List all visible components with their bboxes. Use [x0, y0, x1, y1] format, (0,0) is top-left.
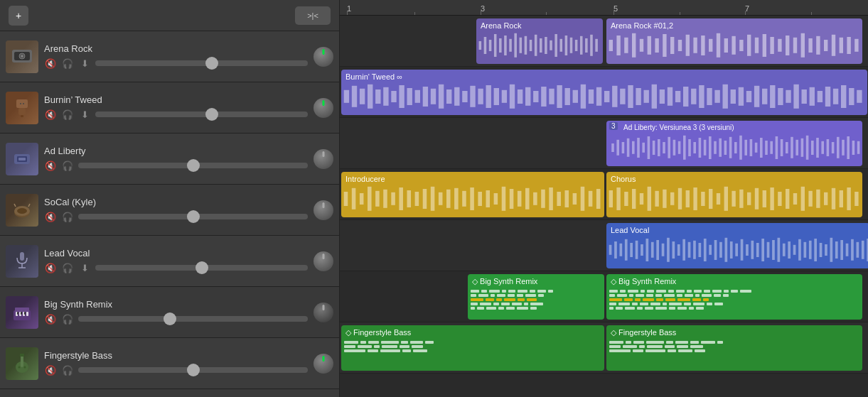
track-row: SoCal (Kyle) 🔇 🎧: [0, 185, 339, 236]
svg-rect-252: [709, 189, 712, 209]
clip-big-synth-2[interactable]: ◇ Big Synth Remix: [606, 274, 862, 320]
headphone-icon[interactable]: 🎧: [61, 212, 74, 222]
add-track-button[interactable]: +: [9, 6, 28, 26]
record-icon[interactable]: ⬇: [78, 109, 91, 120]
svg-rect-31: [20, 354, 24, 357]
svg-rect-183: [744, 140, 747, 156]
clip-fingerstyle-1[interactable]: ◇ Fingerstyle Bass: [341, 325, 604, 371]
svg-rect-135: [691, 89, 696, 104]
clip-label: Chorus: [606, 173, 640, 185]
svg-rect-315: [835, 241, 838, 259]
svg-rect-196: [811, 141, 814, 155]
mute-icon[interactable]: 🔇: [44, 109, 57, 120]
mute-icon[interactable]: 🔇: [44, 314, 57, 325]
svg-rect-317: [846, 244, 849, 256]
headphone-icon[interactable]: 🎧: [61, 314, 74, 325]
svg-rect-318: [851, 239, 854, 261]
svg-rect-300: [756, 243, 759, 257]
svg-rect-126: [620, 89, 625, 104]
svg-rect-50: [559, 39, 562, 52]
track-controls: 🔇 🎧: [44, 364, 308, 376]
clip-burnin-tweed[interactable]: Burnin' Tweed ∞: [341, 70, 867, 115]
clip-ad-liberty[interactable]: 3 Ad Liberty: Versiunea 3 (3 versiuni): [606, 121, 862, 166]
svg-rect-230: [533, 192, 537, 205]
clip-label: Ad Liberty: Versiunea 3 (3 versiuni): [619, 122, 739, 133]
mute-icon[interactable]: 🔇: [44, 263, 57, 273]
track-info: Ad Liberty 🔇 🎧: [44, 146, 308, 172]
svg-rect-248: [678, 188, 682, 210]
track-name: Lead Vocal: [44, 248, 308, 259]
volume-slider[interactable]: [95, 57, 308, 70]
svg-rect-179: [724, 141, 727, 155]
filter-button[interactable]: >|<: [295, 6, 331, 25]
svg-rect-90: [854, 39, 858, 52]
track-info: SoCal (Kyle) 🔇 🎧: [44, 197, 308, 223]
headphone-icon[interactable]: 🎧: [61, 365, 74, 376]
svg-rect-128: [636, 88, 641, 105]
mute-icon[interactable]: 🔇: [44, 161, 57, 171]
clip-big-synth-1[interactable]: ◇ Big Synth Remix: [468, 274, 604, 320]
svg-rect-55: [585, 38, 588, 53]
svg-rect-277: [636, 241, 638, 259]
svg-rect-52: [570, 38, 573, 53]
headphone-icon[interactable]: 🎧: [61, 109, 74, 120]
svg-rect-255: [732, 191, 735, 207]
clip-label: ◇ Fingerstyle Bass: [606, 327, 680, 339]
svg-rect-69: [693, 38, 697, 53]
pan-knob[interactable]: [314, 98, 333, 118]
svg-rect-303: [772, 240, 775, 260]
svg-rect-64: [655, 38, 658, 53]
svg-rect-86: [824, 40, 827, 51]
svg-rect-175: [704, 140, 707, 156]
clip-introducere[interactable]: Introducere: [341, 172, 604, 217]
clip-fingerstyle-2[interactable]: ◇ Fingerstyle Bass: [606, 325, 862, 371]
svg-rect-212: [391, 192, 395, 205]
pan-knob[interactable]: [314, 303, 333, 322]
pan-knob[interactable]: [314, 251, 333, 271]
svg-rect-41: [514, 33, 517, 58]
svg-rect-249: [686, 190, 690, 207]
headphone-icon[interactable]: 🎧: [61, 58, 74, 69]
timeline-lane-burnin-tweed: Burnin' Tweed ∞: [340, 67, 868, 118]
svg-rect-141: [739, 87, 744, 106]
svg-rect-198: [821, 141, 824, 154]
svg-rect-36: [489, 40, 492, 51]
headphone-icon[interactable]: 🎧: [61, 161, 74, 171]
pan-knob[interactable]: [314, 354, 333, 374]
pan-knob[interactable]: [314, 200, 333, 220]
svg-rect-60: [624, 38, 628, 53]
volume-slider[interactable]: [78, 210, 308, 223]
clip-chorus[interactable]: Chorus: [606, 172, 862, 217]
svg-rect-113: [518, 89, 523, 104]
svg-rect-310: [809, 241, 812, 259]
svg-rect-151: [818, 91, 823, 102]
svg-rect-138: [714, 90, 719, 103]
record-icon[interactable]: ⬇: [78, 263, 91, 273]
volume-slider[interactable]: [95, 108, 308, 121]
svg-rect-42: [520, 38, 523, 53]
svg-rect-202: [842, 140, 845, 156]
volume-slider[interactable]: [78, 159, 308, 172]
mute-icon[interactable]: 🔇: [44, 212, 57, 222]
svg-rect-294: [725, 238, 728, 262]
mute-icon[interactable]: 🔇: [44, 58, 57, 69]
pan-knob[interactable]: [314, 149, 333, 169]
svg-rect-139: [723, 85, 728, 109]
svg-rect-27: [21, 312, 22, 315]
clip-arena-rock-2[interactable]: Arena Rock #01,2: [606, 18, 862, 64]
headphone-icon[interactable]: 🎧: [61, 263, 74, 273]
volume-slider[interactable]: [78, 312, 308, 325]
svg-rect-185: [755, 143, 758, 153]
svg-rect-99: [407, 88, 412, 105]
volume-slider[interactable]: [95, 261, 308, 274]
mute-icon[interactable]: 🔇: [44, 365, 57, 376]
svg-rect-119: [565, 88, 570, 105]
svg-rect-51: [565, 36, 568, 55]
volume-slider[interactable]: [78, 364, 308, 376]
record-icon[interactable]: ⬇: [78, 58, 91, 69]
svg-rect-236: [581, 187, 585, 211]
svg-rect-231: [541, 190, 545, 208]
pan-knob[interactable]: [314, 47, 333, 67]
clip-lead-vocal[interactable]: Lead Vocal: [606, 223, 868, 268]
clip-arena-rock-1[interactable]: Arena Rock: [476, 18, 603, 64]
